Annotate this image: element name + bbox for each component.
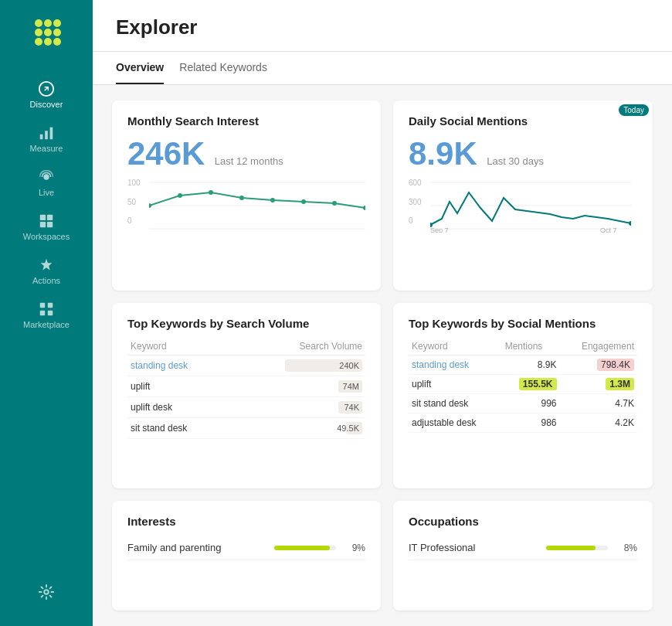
kw-social-name: sit stand desk [409,393,502,413]
sidebar-label-marketplace: Marketplace [23,320,70,329]
svg-rect-10 [40,134,43,139]
svg-point-31 [301,199,306,204]
monthly-search-card: Monthly Search Interest 246K Last 12 mon… [112,100,381,291]
keywords-social-table: Keyword Mentions Engagement standing des… [409,338,637,433]
kw-mentions: 155.5K [502,374,560,393]
kw-mentions: 986 [502,413,560,432]
svg-point-5 [53,29,61,36]
svg-rect-11 [45,131,48,139]
kw-volume: 240K [230,355,365,376]
svg-point-4 [44,29,52,36]
sidebar-label-measure: Measure [30,144,63,153]
social-chart-wrap: Sep 7 Oct 7 [430,179,637,236]
daily-social-card: Daily Social Mentions 8.9K Last 30 days … [393,100,653,291]
page-header: Explorer [93,0,672,52]
list-item: Family and parenting 9% [127,536,365,560]
svg-text:Sep 7: Sep 7 [430,226,449,233]
table-row: standing desk 240K [127,355,365,376]
col-keyword-social-header: Keyword [409,338,502,356]
sidebar-item-actions[interactable]: Actions [0,249,93,293]
table-row: uplift 74M [127,376,365,396]
top-keywords-search-card: Top Keywords by Search Volume Keyword Se… [112,303,381,489]
sidebar-item-measure[interactable]: Measure [0,117,93,161]
occupations-list: IT Professional 8% [409,536,637,560]
svg-point-22 [44,590,49,594]
tab-related-keywords[interactable]: Related Keywords [179,52,267,84]
monthly-search-title: Monthly Search Interest [127,114,365,128]
occupations-title: Occupations [409,515,637,528]
monthly-search-chart: 100 50 0 [127,179,365,240]
sidebar-label-live: Live [39,188,54,197]
svg-rect-21 [48,311,53,315]
monthly-search-sublabel: Last 12 months [215,155,283,167]
sidebar-item-discover[interactable]: Discover [0,73,93,117]
occupation-bar-bg [546,546,608,550]
svg-point-38 [629,221,631,226]
kw-volume: 74M [230,376,365,396]
sidebar-label-actions: Actions [32,276,60,285]
svg-point-3 [35,29,42,36]
daily-social-title: Daily Social Mentions [409,114,637,128]
svg-point-26 [149,203,151,208]
col-volume-header: Search Volume [230,338,365,356]
col-mentions-header: Mentions [502,338,560,356]
sidebar-item-settings[interactable] [0,576,93,611]
interests-title: Interests [127,515,365,528]
svg-point-1 [44,19,52,27]
daily-social-number: 8.9K [409,135,477,172]
tab-bar: Overview Related Keywords [93,52,672,85]
top-kw-social-title: Top Keywords by Social Mentions [409,317,637,330]
kw-volume: 49.5K [230,417,365,438]
kw-name[interactable]: standing desk [127,355,230,376]
kw-social-name: adjustable desk [409,413,502,432]
table-row: adjustable desk 986 4.2K [409,413,637,432]
svg-point-32 [332,201,337,206]
table-row: standing desk 8.9K 798.4K [409,355,637,374]
table-row: uplift desk 74K [127,396,365,417]
sidebar-item-marketplace[interactable]: Marketplace [0,293,93,337]
kw-engagement: 4.2K [560,413,637,432]
occupation-pct: 8% [616,543,637,553]
svg-point-7 [44,38,52,46]
occupation-bar-fill [546,546,596,550]
svg-point-6 [35,38,42,46]
occupation-label: IT Professional [409,542,546,553]
table-row: sit stand desk 49.5K [127,417,365,438]
sidebar-label-workspaces: Workspaces [23,232,70,241]
svg-point-29 [239,196,244,200]
svg-point-30 [270,198,275,202]
daily-social-chart: 600 300 0 Sep 7 Oct 7 [409,179,637,240]
tab-overview[interactable]: Overview [116,52,164,84]
svg-rect-15 [47,215,53,220]
page-title: Explorer [116,15,649,39]
sidebar-item-live[interactable]: Live [0,161,93,205]
sidebar-label-discover: Discover [30,100,63,109]
kw-engagement: 798.4K [560,355,637,374]
svg-point-28 [209,190,213,195]
kw-engagement: 4.7K [560,393,637,413]
top-kw-search-title: Top Keywords by Search Volume [127,317,365,330]
svg-rect-16 [40,222,46,227]
svg-text:Oct 7: Oct 7 [600,226,617,233]
svg-rect-20 [40,311,45,315]
interest-label: Family and parenting [127,542,274,553]
y-axis-labels: 100 50 0 [127,179,147,225]
table-row: uplift 155.5K 1.3M [409,374,637,393]
main-content: Explorer Overview Related Keywords Month… [93,0,672,626]
kw-name: uplift [127,376,230,396]
kw-mentions: 8.9K [502,355,560,374]
kw-mentions: 996 [502,393,560,413]
svg-point-2 [53,19,61,27]
interest-bar-fill [274,546,330,550]
kw-volume: 74K [230,396,365,417]
list-item: IT Professional 8% [409,536,637,560]
occupations-card: Occupations IT Professional 8% [393,501,653,611]
col-keyword-header: Keyword [127,338,230,356]
monthly-search-number: 246K [127,135,205,172]
dashboard-grid: Monthly Search Interest 246K Last 12 mon… [93,85,672,626]
line-chart-wrap [149,179,365,236]
kw-social-name[interactable]: standing desk [409,355,502,374]
col-engagement-header: Engagement [560,338,637,356]
svg-rect-19 [48,303,53,308]
sidebar-item-workspaces[interactable]: Workspaces [0,205,93,249]
